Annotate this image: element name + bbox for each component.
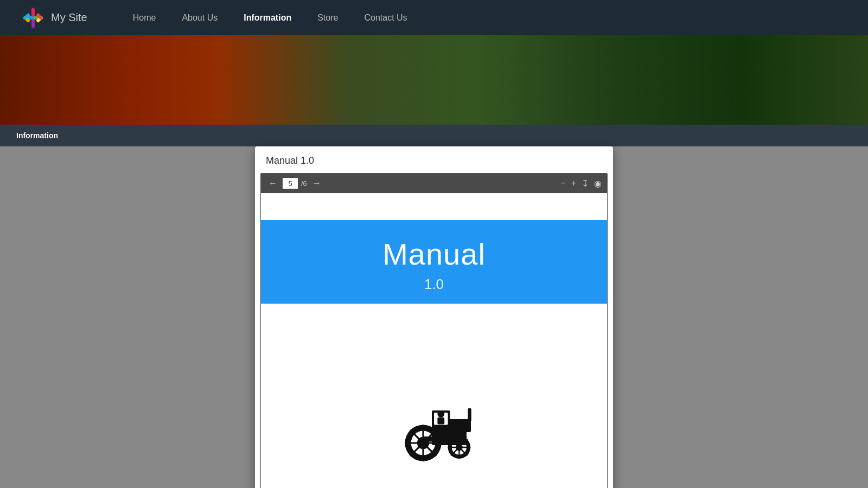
svg-rect-30 bbox=[423, 436, 462, 442]
pdf-viewer: ← /6 → − + ↧ ◉ Manual 1.0 bbox=[260, 173, 608, 488]
pdf-white-top bbox=[261, 193, 607, 220]
logo-area: My Site bbox=[22, 7, 87, 29]
tractor-icon bbox=[391, 376, 477, 463]
sub-nav-information[interactable]: Information bbox=[11, 131, 63, 140]
content-area: Manual 1.0 ← /6 → − + ↧ ◉ bbox=[0, 146, 868, 488]
pdf-prev-button[interactable]: ← bbox=[266, 177, 279, 189]
site-title: My Site bbox=[51, 11, 87, 24]
nav-home[interactable]: Home bbox=[120, 0, 169, 35]
zoom-in-icon[interactable]: + bbox=[571, 178, 576, 188]
pdf-page-input[interactable] bbox=[283, 178, 298, 189]
nav-information[interactable]: Information bbox=[231, 0, 304, 35]
nav-contact[interactable]: Contact Us bbox=[351, 0, 420, 35]
pdf-blue-header: Manual 1.0 bbox=[261, 220, 607, 304]
hero-background bbox=[0, 35, 868, 125]
svg-rect-25 bbox=[468, 408, 471, 421]
svg-rect-29 bbox=[437, 418, 444, 425]
nav-about[interactable]: About Us bbox=[169, 0, 231, 35]
settings-icon[interactable]: ◉ bbox=[594, 178, 602, 189]
pdf-manual-title: Manual bbox=[272, 236, 596, 272]
svg-point-28 bbox=[437, 410, 444, 418]
svg-rect-24 bbox=[447, 419, 471, 432]
modal-title: Manual 1.0 bbox=[255, 146, 613, 173]
pdf-manual-version: 1.0 bbox=[272, 276, 596, 293]
main-nav: Home About Us Information Store Contact … bbox=[120, 0, 420, 35]
pdf-page-total: /6 bbox=[301, 179, 307, 188]
manual-modal: Manual 1.0 ← /6 → − + ↧ ◉ bbox=[255, 146, 613, 488]
site-header: My Site Home About Us Information Store … bbox=[0, 0, 868, 35]
hero-image bbox=[0, 35, 868, 125]
pdf-body bbox=[261, 304, 607, 488]
pdf-next-button[interactable]: → bbox=[310, 177, 323, 189]
pdf-toolbar-right: − + ↧ ◉ bbox=[560, 178, 602, 189]
site-logo-icon bbox=[22, 7, 44, 29]
download-icon[interactable]: ↧ bbox=[582, 178, 589, 189]
pdf-toolbar: ← /6 → − + ↧ ◉ bbox=[261, 174, 607, 193]
nav-store[interactable]: Store bbox=[304, 0, 351, 35]
pdf-content: Manual 1.0 bbox=[261, 193, 607, 488]
sub-navigation: Information bbox=[0, 125, 868, 146]
zoom-out-icon[interactable]: − bbox=[560, 178, 565, 188]
